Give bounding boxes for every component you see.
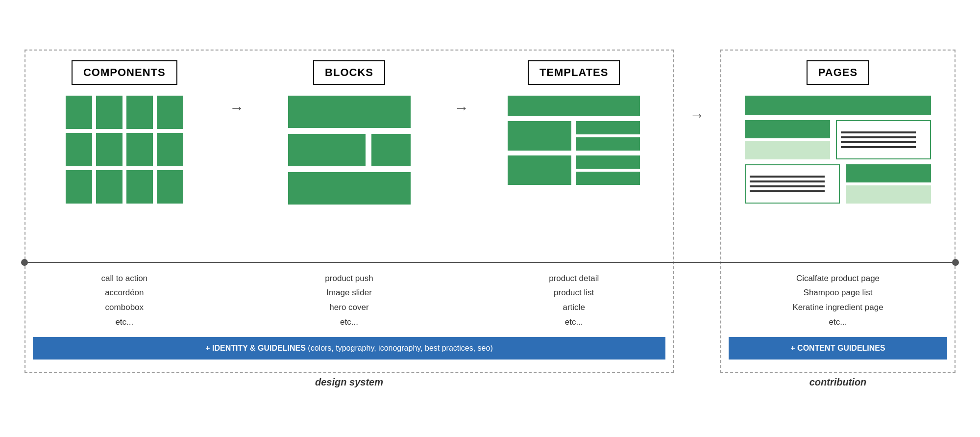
blocks-column: BLOCKS xyxy=(250,51,448,209)
grid-cell xyxy=(96,96,122,129)
tmpl-desc-2: product list xyxy=(554,288,594,297)
grid-cell xyxy=(157,170,183,204)
blocks-desc-4: etc... xyxy=(340,317,358,327)
comp-desc-2: accordéon xyxy=(105,288,144,297)
page-row-2 xyxy=(745,120,931,159)
tmpl-desc-3: article xyxy=(563,303,585,312)
pages-desc-1: Cicalfate product page xyxy=(796,274,880,283)
tmpl-rb xyxy=(576,137,640,151)
arrow-1: → xyxy=(223,51,250,116)
grid-cell xyxy=(126,170,153,204)
page-row-3 xyxy=(745,164,931,204)
block-row-two xyxy=(288,134,411,166)
comp-desc-1: call to action xyxy=(101,274,148,283)
block-large xyxy=(288,134,366,166)
tmpl-rt-2 xyxy=(576,155,640,169)
pages-column: PAGES xyxy=(721,51,955,261)
tmpl-full xyxy=(508,96,640,116)
design-system-section: COMPONENTS xyxy=(24,50,674,373)
pages-desc-4: etc... xyxy=(829,317,847,327)
blocks-desc-2: Image slider xyxy=(326,288,372,297)
arrow-2: → xyxy=(448,51,475,116)
page-left-2 xyxy=(745,120,830,159)
tmpl-row-2 xyxy=(508,121,640,151)
pages-title-box: PAGES xyxy=(807,60,869,85)
templates-column: TEMPLATES xyxy=(475,51,673,190)
grid-cell xyxy=(66,133,92,166)
tmpl-rb-2 xyxy=(576,172,640,185)
design-system-bottom: call to action accordéon combobox etc...… xyxy=(25,261,673,364)
tmpl-desc-1: product detail xyxy=(549,274,599,283)
grid-cell xyxy=(96,170,122,204)
tmpl-row-3 xyxy=(508,155,640,185)
block-small xyxy=(371,134,410,166)
block-full xyxy=(288,96,411,128)
content-guidelines-banner[interactable]: + CONTENT GUIDELINES xyxy=(729,337,947,360)
contribution-section: PAGES xyxy=(720,50,956,373)
identity-banner-normal: (colors, typography, iconography, best p… xyxy=(306,344,493,352)
page-lines-box-1 xyxy=(836,120,931,159)
identity-banner-bold: + IDENTITY & GUIDELINES xyxy=(205,344,306,352)
templates-desc: product detail product list article etc.… xyxy=(475,261,673,334)
tmpl-rt xyxy=(576,121,640,134)
templates-title-box: TEMPLATES xyxy=(528,60,620,85)
pages-layout xyxy=(745,96,931,204)
tmpl-right xyxy=(576,121,640,151)
components-column: COMPONENTS xyxy=(25,51,223,208)
grid-cell xyxy=(157,133,183,166)
pages-desc: Cicalfate product page Shampoo page list… xyxy=(721,261,955,334)
arrow-3: → xyxy=(684,50,710,373)
identity-banner[interactable]: + IDENTITY & GUIDELINES (colors, typogra… xyxy=(33,337,665,360)
grid-cell xyxy=(66,96,92,129)
grid-cell xyxy=(126,133,153,166)
blocks-desc-3: hero cover xyxy=(329,303,368,312)
page-full xyxy=(745,96,931,115)
templates-layout xyxy=(508,96,640,185)
tmpl-left xyxy=(508,121,571,151)
components-desc: call to action accordéon combobox etc... xyxy=(25,261,223,334)
pages-desc-2: Shampoo page list xyxy=(804,288,873,297)
blocks-title-box: BLOCKS xyxy=(313,60,385,85)
blocks-layout xyxy=(288,96,411,205)
page-r3-bottom xyxy=(846,185,931,204)
grid-cell xyxy=(66,170,92,204)
pages-bottom: Cicalfate product page Shampoo page list… xyxy=(721,261,955,364)
page-l2-top xyxy=(745,120,830,138)
grid-cell xyxy=(96,133,122,166)
tmpl-right-2 xyxy=(576,155,640,185)
page-lines-box-2 xyxy=(745,164,840,204)
tmpl-desc-4: etc... xyxy=(565,317,583,327)
components-title-box: COMPONENTS xyxy=(72,60,177,85)
design-system-label: design system xyxy=(24,377,674,388)
page-right-3 xyxy=(846,164,931,204)
grid-cell xyxy=(126,96,153,129)
comp-desc-3: combobox xyxy=(105,303,144,312)
tmpl-left-2 xyxy=(508,155,571,185)
components-grid xyxy=(66,96,183,204)
pages-desc-3: Keratine ingredient page xyxy=(792,303,883,312)
page-l2-bottom xyxy=(745,141,830,159)
page-r3-top xyxy=(846,164,931,182)
contribution-label: contribution xyxy=(720,377,956,388)
block-full-2 xyxy=(288,172,411,205)
blocks-desc-1: product push xyxy=(325,274,373,283)
comp-desc-4: etc... xyxy=(115,317,133,327)
blocks-desc: product push Image slider hero cover etc… xyxy=(250,261,448,334)
grid-cell xyxy=(157,96,183,129)
